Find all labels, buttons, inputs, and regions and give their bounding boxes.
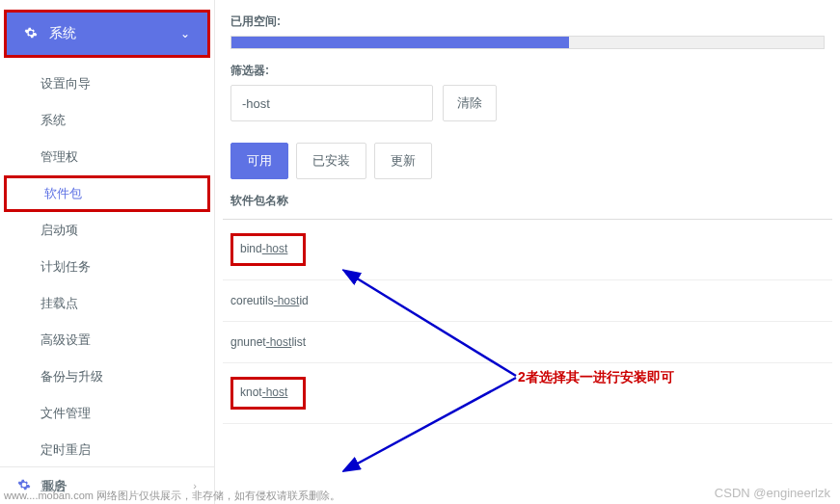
nav-header-system[interactable]: 系统 ⌄ xyxy=(4,10,210,58)
table-header: 软件包名称 xyxy=(223,179,832,220)
watermark: CSDN @engineerlzk xyxy=(715,486,830,500)
gear-icon xyxy=(24,26,38,42)
bottom-note: www....moban.com 网络图片仅供展示，非存储，如有侵权请联系删除。 xyxy=(4,489,340,503)
sidebar-item-system[interactable]: 系统 xyxy=(0,102,214,139)
sidebar-item-startup[interactable]: 启动项 xyxy=(0,212,214,249)
package-link-bind-host[interactable]: bind-host xyxy=(230,233,306,266)
sidebar-item-scheduled-tasks[interactable]: 计划任务 xyxy=(0,249,214,285)
package-row: bind-host xyxy=(223,220,832,280)
sidebar-item-software[interactable]: 软件包 xyxy=(4,175,210,212)
sidebar-item-advanced[interactable]: 高级设置 xyxy=(0,322,214,358)
tabs: 可用 已安装 更新 xyxy=(223,121,832,179)
package-link-knot-host[interactable]: knot-host xyxy=(230,377,306,410)
package-row: coreutils-hostid xyxy=(223,280,832,322)
annotation-text: 2者选择其一进行安装即可 xyxy=(518,369,674,386)
sidebar-item-admin[interactable]: 管理权 xyxy=(0,139,214,175)
clear-button[interactable]: 清除 xyxy=(443,85,497,121)
tab-installed[interactable]: 已安装 xyxy=(296,143,366,179)
package-row: gnunet-hostlist xyxy=(223,322,832,363)
nav-header-label: 系统 xyxy=(49,25,180,42)
filter-input[interactable] xyxy=(230,85,433,121)
tab-update[interactable]: 更新 xyxy=(374,143,432,179)
sidebar-item-mount-points[interactable]: 挂载点 xyxy=(0,285,214,322)
progress-fill xyxy=(231,37,569,48)
package-link-coreutils-hostid[interactable]: coreutils-hostid xyxy=(230,294,309,307)
tab-available[interactable]: 可用 xyxy=(230,143,288,179)
main-content: 已用空间: 筛选器: 清除 可用 已安装 更新 软件包名称 bind-host xyxy=(215,0,840,504)
sidebar-item-backup-upgrade[interactable]: 备份与升级 xyxy=(0,358,214,395)
filter-section: 筛选器: 清除 xyxy=(223,49,832,121)
sidebar-item-scheduled-reboot[interactable]: 定时重启 xyxy=(0,432,214,468)
package-link-gnunet-hostlist[interactable]: gnunet-hostlist xyxy=(230,335,306,349)
filter-label: 筛选器: xyxy=(230,63,825,79)
space-section: 已用空间: xyxy=(223,0,832,49)
space-label: 已用空间: xyxy=(230,13,825,30)
progress-bar xyxy=(230,36,825,49)
sidebar-item-setup-wizard[interactable]: 设置向导 xyxy=(0,66,214,102)
sidebar: 系统 ⌄ 设置向导 系统 管理权 软件包 启动项 计划任务 挂载点 高级设置 备… xyxy=(0,0,215,504)
sidebar-item-file-manager[interactable]: 文件管理 xyxy=(0,395,214,432)
chevron-down-icon: ⌄ xyxy=(180,27,190,40)
